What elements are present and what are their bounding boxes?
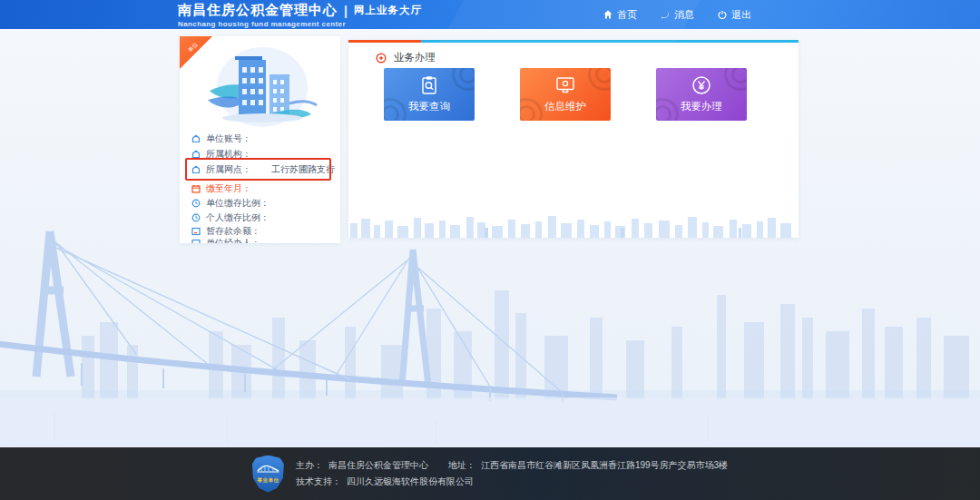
institution-badge[interactable]: 事业单位	[252, 456, 284, 493]
card-icon	[191, 239, 201, 243]
sidebar-panel: 单位	[180, 36, 340, 243]
card-label: 我要办理	[681, 100, 722, 113]
clipboard-search-icon	[418, 74, 440, 96]
card-info-maintenance[interactable]: 信息维护	[520, 68, 611, 121]
address-label: 地址：	[448, 460, 475, 470]
site-subtitle: 网上业务大厅	[354, 4, 422, 17]
ring-decoration	[595, 68, 611, 83]
field-label: 暂存款余额：	[206, 225, 260, 238]
field-paid-through: 缴至年月：	[191, 182, 271, 195]
field-label: 缴至年月：	[206, 182, 251, 195]
field-personal-deposit-ratio: 个人缴存比例：	[191, 211, 289, 224]
card-handle[interactable]: 我要办理	[656, 68, 747, 121]
footer-text: 主办：南昌住房公积金管理中心地址：江西省南昌市红谷滩新区凤凰洲香江路199号房产…	[296, 457, 728, 490]
header: 南昌住房公积金管理中心 | 网上业务大厅 Nanchang housing fu…	[0, 0, 980, 29]
panel-skyline-decoration	[348, 214, 799, 238]
field-label: 单位经办人：	[206, 237, 260, 243]
card-label: 信息维护	[544, 100, 586, 113]
footer-line-2: 技术支持：四川久远银海软件股份有限公司	[296, 474, 728, 490]
ring-decoration	[656, 105, 671, 121]
host-label: 主办：	[296, 460, 323, 470]
field-temp-balance: 暂存款余额：	[191, 225, 280, 238]
clock-icon	[191, 199, 201, 208]
ring-decoration	[384, 105, 399, 121]
card-label: 我要查询	[408, 100, 450, 113]
footer-line-1: 主办：南昌住房公积金管理中心地址：江西省南昌市红谷滩新区凤凰洲香江路199号房产…	[296, 457, 728, 474]
tech-support-label: 技术支持：	[296, 476, 341, 486]
card-row: 我要查询 信息维护	[384, 68, 747, 121]
badge-bridge-icon	[257, 464, 279, 475]
field-label: 单位缴存比例：	[206, 197, 270, 210]
site-title: 南昌住房公积金管理中心	[178, 2, 338, 19]
nav-messages[interactable]: 消息	[661, 8, 694, 22]
ring-decoration	[731, 68, 747, 83]
badge-label: 事业单位	[257, 477, 279, 484]
building-icon	[191, 134, 201, 143]
field-label: 个人缴存比例：	[206, 211, 270, 224]
bridge-skyline-background	[0, 209, 980, 446]
highlight-box	[185, 158, 331, 181]
logout-icon	[718, 10, 727, 19]
section-header: 业务办理	[376, 51, 436, 64]
business-panel: 业务办理 我要查询	[348, 40, 799, 238]
brand: 南昌住房公积金管理中心 | 网上业务大厅 Nanchang housing fu…	[178, 2, 422, 28]
home-icon	[603, 10, 612, 19]
ring-decoration	[459, 68, 475, 83]
footer: 事业单位 主办：南昌住房公积金管理中心地址：江西省南昌市红谷滩新区凤凰洲香江路1…	[0, 447, 980, 500]
ring-decoration	[520, 105, 535, 121]
yen-coin-icon	[691, 74, 712, 96]
nav-messages-label: 消息	[674, 8, 694, 22]
page: 南昌住房公积金管理中心 | 网上业务大厅 Nanchang housing fu…	[0, 0, 980, 500]
field-unit-account: 单位账号：	[191, 132, 271, 145]
nav-logout[interactable]: 退出	[718, 8, 751, 22]
card-icon	[191, 227, 201, 236]
address-value: 江西省南昌市红谷滩新区凤凰洲香江路199号房产交易市场3楼	[481, 460, 728, 470]
target-icon	[376, 53, 387, 64]
message-icon	[661, 10, 670, 19]
building-illustration	[182, 44, 337, 129]
calendar-icon	[191, 184, 201, 193]
nav-home[interactable]: 首页	[603, 8, 637, 22]
field-label: 单位账号：	[206, 132, 251, 145]
field-unit-deposit-ratio: 单位缴存比例：	[191, 197, 289, 210]
title-divider: |	[344, 4, 348, 18]
field-unit-agent: 单位经办人：	[191, 237, 280, 243]
host-value: 南昌住房公积金管理中心	[328, 460, 428, 470]
nav-logout-label: 退出	[731, 8, 751, 22]
header-nav: 首页 消息 退出	[603, 0, 751, 29]
monitor-icon	[554, 74, 576, 96]
clock-icon	[191, 213, 201, 222]
tech-support-value: 四川久远银海软件股份有限公司	[347, 476, 474, 486]
site-title-en: Nanchang housing fund management center	[178, 20, 422, 28]
nav-home-label: 首页	[617, 8, 637, 22]
card-query[interactable]: 我要查询	[384, 68, 475, 121]
